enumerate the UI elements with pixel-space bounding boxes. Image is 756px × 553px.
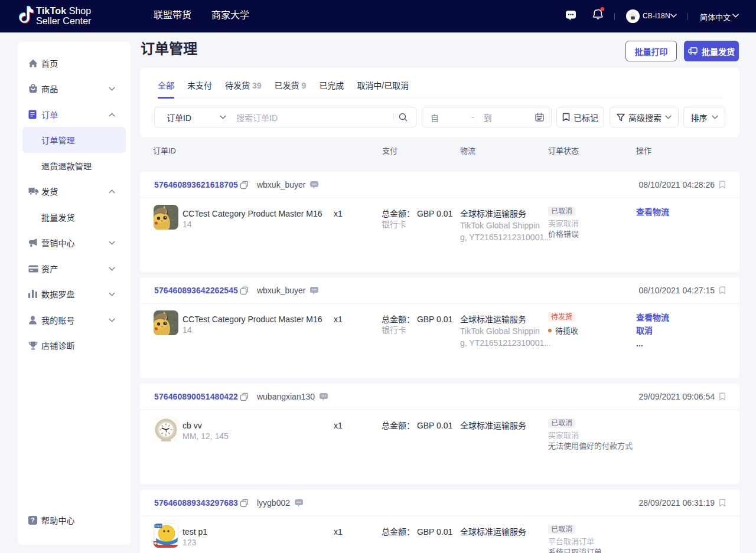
svg-text:?: ? xyxy=(31,516,34,523)
svg-text:TAKK: TAKK xyxy=(155,525,161,528)
